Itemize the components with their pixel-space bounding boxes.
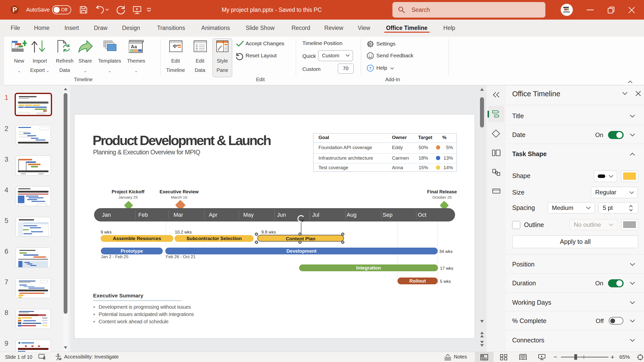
svg-text:Aa: Aa bbox=[131, 44, 137, 49]
svg-text:?: ? bbox=[369, 66, 371, 70]
